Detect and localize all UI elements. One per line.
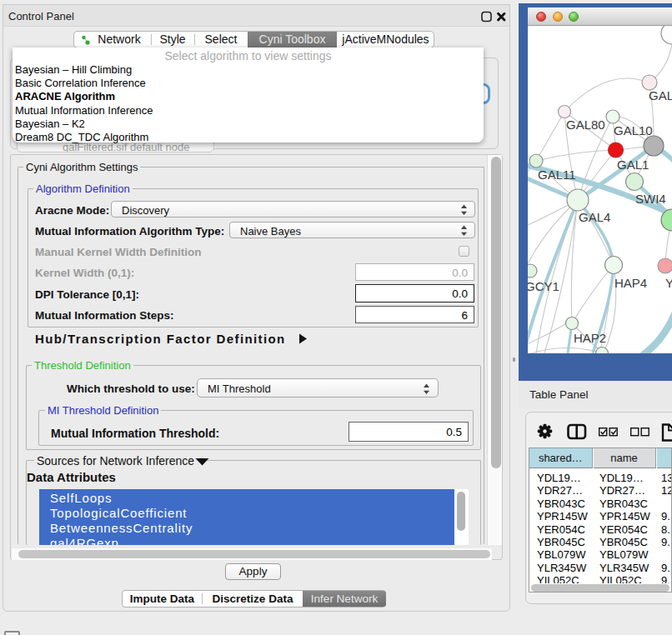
svg-text:Y: Y [665, 276, 672, 290]
svg-text:GAL11: GAL11 [538, 168, 576, 182]
svg-text:GAL: GAL [649, 88, 672, 102]
svg-text:GAL10: GAL10 [614, 123, 653, 138]
svg-text:HAP2: HAP2 [574, 331, 606, 345]
svg-text:GCY1: GCY1 [528, 279, 559, 293]
svg-text:GAL80: GAL80 [566, 118, 605, 132]
svg-text:SWI4: SWI4 [635, 192, 666, 206]
svg-text:GAL1: GAL1 [617, 158, 649, 172]
svg-text:GAL4: GAL4 [579, 210, 610, 224]
svg-text:HAP4: HAP4 [614, 276, 647, 290]
